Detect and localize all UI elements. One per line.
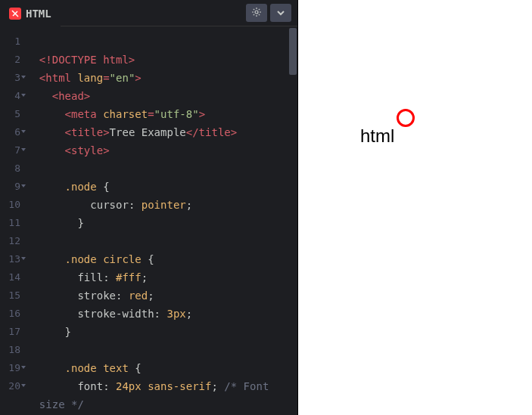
code-line[interactable]: stroke: red; xyxy=(26,286,297,305)
line-number: 4 xyxy=(0,87,26,105)
code-line[interactable]: <html lang="en"> xyxy=(26,69,297,87)
line-number: 11 xyxy=(0,214,26,232)
code-line[interactable]: cursor: pointer; xyxy=(26,196,297,214)
code-line[interactable]: fill: #fff; xyxy=(26,268,297,286)
editor-header: HTML xyxy=(0,0,297,26)
code-line[interactable]: .node { xyxy=(26,178,297,196)
settings-button[interactable] xyxy=(246,4,267,22)
line-number: 14 xyxy=(0,268,26,286)
code-line[interactable] xyxy=(26,159,297,178)
tab-label: HTML xyxy=(26,8,51,20)
scroll-thumb[interactable] xyxy=(289,28,297,75)
line-number: 8 xyxy=(0,159,26,178)
code-line[interactable]: <title>Tree Example</title> xyxy=(26,123,297,141)
html-logo-icon xyxy=(9,8,21,20)
line-number xyxy=(0,395,26,413)
line-number: 20 xyxy=(0,377,26,395)
line-number: 13 xyxy=(0,250,26,268)
collapse-button[interactable] xyxy=(270,4,291,22)
tab-html[interactable]: HTML xyxy=(0,0,61,26)
preview-pane: html xyxy=(297,0,532,415)
line-number: 17 xyxy=(0,323,26,341)
line-number: 10 xyxy=(0,196,26,214)
line-number: 15 xyxy=(0,286,26,305)
line-number: 18 xyxy=(0,341,26,359)
line-number: 16 xyxy=(0,305,26,323)
code-line[interactable] xyxy=(26,341,297,359)
editor-pane: HTML 123456789101112131415161718192021 <… xyxy=(0,0,297,415)
code-line[interactable]: } xyxy=(26,214,297,232)
code-line[interactable]: <head> xyxy=(26,87,297,105)
code-line[interactable]: <!DOCTYPE html> xyxy=(26,51,297,69)
line-number: 2 xyxy=(0,51,26,69)
gear-icon xyxy=(251,6,262,20)
code-line[interactable]: .node text { xyxy=(26,359,297,377)
line-number: 12 xyxy=(0,232,26,250)
code-line[interactable] xyxy=(26,232,297,250)
line-number: 3 xyxy=(0,69,26,87)
tree-node-circle[interactable] xyxy=(397,109,415,127)
code-line[interactable] xyxy=(26,33,297,51)
code-line[interactable]: } xyxy=(26,323,297,341)
line-number: 1 xyxy=(0,33,26,51)
line-number: 19 xyxy=(0,359,26,377)
vertical-scrollbar[interactable] xyxy=(288,26,297,415)
line-number: 9 xyxy=(0,178,26,196)
code-line[interactable]: .node circle { xyxy=(26,250,297,268)
code-line[interactable]: <meta charset="utf-8"> xyxy=(26,105,297,123)
tree-node-label: html xyxy=(360,125,394,147)
code-line[interactable]: stroke-width: 3px; xyxy=(26,305,297,323)
code-line[interactable]: <style> xyxy=(26,141,297,159)
line-number: 5 xyxy=(0,105,26,123)
code-area[interactable]: 123456789101112131415161718192021 <!DOCT… xyxy=(0,26,297,415)
line-number: 7 xyxy=(0,141,26,159)
svg-point-0 xyxy=(255,11,258,14)
line-number-gutter: 123456789101112131415161718192021 xyxy=(0,26,26,415)
line-number: 6 xyxy=(0,123,26,141)
code-content[interactable]: <!DOCTYPE html> <html lang="en"> <head> … xyxy=(26,26,297,415)
chevron-down-icon xyxy=(276,6,285,20)
code-line[interactable]: font: 24px sans-serif; /* Font xyxy=(26,377,297,395)
code-line[interactable]: size */ xyxy=(26,395,297,413)
